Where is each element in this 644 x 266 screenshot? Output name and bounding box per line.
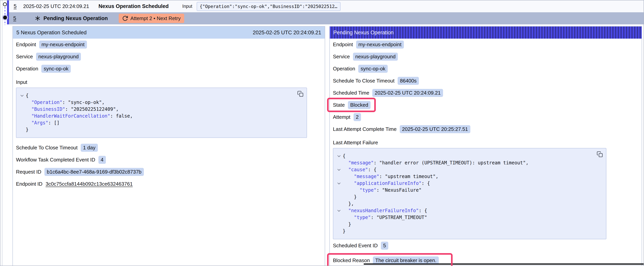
field-value: my-nexus-endpoint	[39, 41, 87, 49]
failure-section-label: Last Attempt Failure	[333, 140, 638, 146]
field-value: 2	[354, 113, 361, 121]
event-name: Nexus Operation Scheduled	[98, 3, 168, 9]
pending-panel-header: Pending Nexus Operation	[330, 27, 642, 39]
code-line: "Operation": "sync-op-ok",	[18, 99, 303, 106]
code-text: },	[343, 200, 354, 207]
code-line: "message": "handler error (UPSTREAM_TIME…	[335, 159, 602, 166]
retry-badge-label: Attempt 2 • Next Retry	[130, 16, 181, 22]
code-line: "applicationFailureInfo": {	[335, 180, 602, 187]
event-input-preview[interactable]: {"Operation":"sync-op-ok","BusinessID":"…	[197, 2, 340, 11]
scheduled-event-panel: 5 Nexus Operation Scheduled 2025-02-25 U…	[12, 26, 325, 265]
code-line: "type": "NexusFailure"	[335, 187, 602, 194]
field-row-endpoint: Endpointmy-nexus-endpoint	[16, 41, 322, 48]
pending-operation-panel: Pending Nexus Operation Endpointmy-nexus…	[330, 26, 642, 265]
code-text: }	[343, 194, 357, 200]
field-row-blocked-reason: Blocked ReasonThe circuit breaker is ope…	[333, 256, 638, 264]
code-text: {	[343, 153, 346, 159]
code-text: "message": "upstream timeout",	[343, 173, 438, 180]
code-text: "HandlerWaitForCancellation": false,	[26, 113, 133, 120]
code-text: }	[26, 126, 28, 133]
field-value: my-nexus-endpoint	[356, 41, 404, 49]
event-timestamp: 2025-02-25 UTC 20:24:09.21	[23, 3, 89, 9]
code-gutter	[18, 120, 26, 126]
field-value: b1c6a4bc-8ee7-468a-9169-df3b02c8737b	[44, 168, 144, 176]
field-value: 4	[98, 156, 106, 164]
code-gutter	[18, 99, 26, 106]
code-text: {	[26, 92, 28, 99]
field-row-attempt: Attempt2	[333, 113, 638, 121]
code-line: }	[335, 228, 602, 235]
field-label: Service	[333, 54, 350, 60]
field-label: Endpoint	[333, 42, 353, 48]
code-text: "type": "UPSTREAM_TIMEOUT"	[343, 214, 427, 221]
code-gutter	[335, 159, 343, 166]
collapse-chevron-icon[interactable]	[335, 153, 343, 159]
field-label: Last Attempt Complete Time	[333, 126, 397, 132]
failure-code-block: { "message": "handler error (UPSTREAM_TI…	[333, 148, 606, 239]
code-gutter	[335, 194, 343, 200]
code-line: "HandlerWaitForCancellation": false,	[18, 113, 303, 120]
code-line: {	[335, 153, 602, 159]
code-text: "cause": {	[343, 166, 376, 173]
field-row-operation: Operationsync-op-ok	[333, 65, 638, 73]
code-gutter	[335, 173, 343, 180]
collapse-chevron-icon[interactable]	[335, 180, 343, 187]
field-label: State	[333, 102, 345, 108]
code-line: },	[335, 200, 602, 207]
field-row-last-attempt-complete-time: Last Attempt Complete Time2025-02-25 UTC…	[333, 125, 638, 133]
field-row-operation: Operationsync-op-ok	[16, 65, 322, 73]
event-history-view: 5 2025-02-25 UTC 20:24:09.21 Nexus Opera…	[0, 0, 644, 266]
copy-icon[interactable]	[597, 151, 603, 158]
code-line: }	[18, 126, 303, 133]
code-line: "Args": []	[18, 120, 303, 126]
retry-badge: Attempt 2 • Next Retry	[119, 14, 184, 23]
event-id-link[interactable]: 5	[13, 16, 16, 22]
detail-panels: 5 Nexus Operation Scheduled 2025-02-25 U…	[12, 26, 642, 265]
field-value[interactable]: 3c0c75ccfa8144b092c13ce632463761	[46, 181, 133, 187]
code-gutter	[335, 187, 343, 194]
field-value: 1 day	[81, 144, 98, 152]
event-row-scheduled[interactable]: 5 2025-02-25 UTC 20:24:09.21 Nexus Opera…	[9, 1, 644, 12]
scheduled-fields-bottom: Schedule To Close Timeout1 dayWorkflow T…	[16, 144, 322, 188]
collapse-chevron-icon[interactable]	[335, 207, 343, 214]
field-value: The circuit breaker is open.	[373, 256, 439, 264]
asterisk-icon	[35, 16, 40, 21]
failure-json: { "message": "handler error (UPSTREAM_TI…	[335, 153, 602, 235]
event-row-pending[interactable]: 5 Pending Nexus Operation	[9, 12, 644, 24]
code-gutter	[335, 221, 343, 228]
pending-fields-bottom: Scheduled Event ID5Blocked ReasonThe cir…	[333, 242, 638, 264]
code-text: "Operation": "sync-op-ok",	[26, 99, 105, 106]
field-value: 86400s	[398, 77, 419, 85]
field-label: Endpoint ID	[16, 181, 42, 187]
field-value: nexus-playground	[36, 53, 81, 61]
event-rows: 5 2025-02-25 UTC 20:24:09.21 Nexus Opera…	[9, 1, 644, 24]
field-row-endpoint: Endpointmy-nexus-endpoint	[333, 41, 638, 48]
retry-icon	[122, 16, 128, 21]
scheduled-panel-header: 5 Nexus Operation Scheduled 2025-02-25 U…	[13, 27, 325, 39]
code-line: "BusinessID": "20250225122409",	[18, 106, 303, 113]
event-id-link[interactable]: 5	[14, 3, 16, 9]
timeline-start-icon	[3, 2, 7, 6]
field-value: nexus-playground	[353, 53, 398, 61]
collapse-chevron-icon[interactable]	[18, 92, 26, 99]
collapse-chevron-icon[interactable]	[335, 166, 343, 173]
input-code-block: { "Operation": "sync-op-ok", "BusinessID…	[16, 88, 307, 138]
code-line: }	[335, 194, 602, 200]
code-text: "applicationFailureInfo": {	[343, 180, 430, 187]
field-label: Attempt	[333, 114, 350, 120]
field-row-service: Servicenexus-playground	[16, 53, 322, 61]
field-row-scheduled-event-id: Scheduled Event ID5	[333, 242, 638, 249]
copy-icon[interactable]	[297, 91, 304, 98]
pending-fields-top: Endpointmy-nexus-endpointServicenexus-pl…	[333, 41, 638, 133]
input-section-label: Input	[16, 79, 322, 85]
input-json: { "Operation": "sync-op-ok", "BusinessID…	[18, 92, 303, 133]
field-value: 2025-02-25 UTC 20:24:09.21	[372, 89, 443, 97]
code-gutter	[335, 214, 343, 221]
field-label: Workflow Task Completed Event ID	[16, 157, 95, 163]
field-row-schedule-to-close-timeout: Schedule To Close Timeout86400s	[333, 77, 638, 85]
field-label: Scheduled Event ID	[333, 242, 378, 249]
field-value: sync-op-ok	[358, 65, 388, 73]
field-label: Endpoint	[16, 42, 36, 48]
timeline-accent-bar	[7, 1, 9, 24]
field-value: 2025-02-25 UTC 20:25:27.51	[400, 125, 470, 133]
